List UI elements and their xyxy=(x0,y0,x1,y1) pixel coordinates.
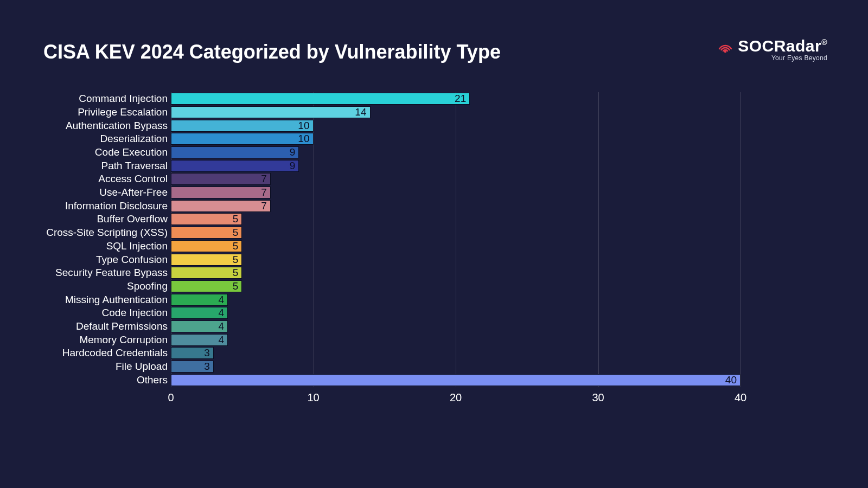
bar: 3 xyxy=(171,347,214,359)
bar: 10 xyxy=(171,133,314,145)
bar-row: Spoofing5 xyxy=(171,280,242,293)
gridline xyxy=(598,92,599,387)
bar-row: Memory Corruption4 xyxy=(171,333,228,346)
category-label: Use-After-Free xyxy=(99,187,171,198)
radar-icon xyxy=(716,37,735,55)
category-label: Type Confusion xyxy=(96,254,171,266)
brand-tagline: Your Eyes Beyond xyxy=(716,54,827,62)
bar-row: Information Disclosure7 xyxy=(171,199,271,213)
page: CISA KEV 2024 Categorized by Vulnerabili… xyxy=(0,0,868,488)
gridline xyxy=(741,92,741,387)
category-label: Buffer Overflow xyxy=(97,213,171,225)
bar-row: Use-After-Free7 xyxy=(171,186,271,200)
category-label: Information Disclosure xyxy=(65,200,171,212)
bar-row: Code Execution9 xyxy=(171,146,299,159)
bar: 9 xyxy=(171,146,299,158)
bar: 4 xyxy=(171,307,228,319)
category-label: Security Feature Bypass xyxy=(55,267,171,279)
category-label: Missing Authentication xyxy=(65,294,171,306)
bar: 7 xyxy=(171,173,271,185)
category-label: Command Injection xyxy=(79,93,171,105)
x-tick-label: 10 xyxy=(307,391,319,404)
bar-row: Authentication Bypass10 xyxy=(171,119,314,132)
bar: 5 xyxy=(171,254,242,266)
bar-row: Default Permissions4 xyxy=(171,320,228,333)
category-label: Path Traversal xyxy=(101,160,171,172)
bar: 4 xyxy=(171,320,228,332)
bar-row: Code Injection4 xyxy=(171,306,228,320)
bar: 4 xyxy=(171,294,228,306)
bar-row: File Upload3 xyxy=(171,360,214,374)
bar-row: Type Confusion5 xyxy=(171,253,242,266)
bar-row: Security Feature Bypass5 xyxy=(171,266,242,280)
bar-row: Path Traversal9 xyxy=(171,159,299,172)
bar-row: Buffer Overflow5 xyxy=(171,213,242,226)
bar-row: Access Control7 xyxy=(171,172,271,186)
brand-logo: SOCRadar® Your Eyes Beyond xyxy=(716,37,827,62)
bar: 40 xyxy=(171,374,741,386)
bar: 4 xyxy=(171,334,228,346)
bar: 9 xyxy=(171,160,299,172)
x-tick-label: 20 xyxy=(450,391,462,404)
bar-row: Others40 xyxy=(171,373,741,387)
bar-row: Hardcoded Credentials3 xyxy=(171,346,214,360)
category-label: Privilege Escalation xyxy=(78,106,171,118)
category-label: Code Injection xyxy=(102,307,171,319)
bar: 14 xyxy=(171,106,371,118)
category-label: Spoofing xyxy=(127,280,171,292)
x-tick-label: 40 xyxy=(735,391,746,404)
bar-row: SQL Injection5 xyxy=(171,240,242,253)
bar-row: Cross-Site Scripting (XSS)5 xyxy=(171,226,242,240)
bar: 3 xyxy=(171,361,214,373)
category-label: Cross-Site Scripting (XSS) xyxy=(46,227,171,239)
gridline xyxy=(314,92,314,387)
bar-row: Privilege Escalation14 xyxy=(171,106,371,119)
x-tick-label: 0 xyxy=(168,391,174,404)
category-label: Authentication Bypass xyxy=(66,120,171,132)
brand-name: SOCRadar® xyxy=(738,37,827,55)
bar: 5 xyxy=(171,240,242,252)
x-tick-label: 30 xyxy=(592,391,604,404)
bar: 5 xyxy=(171,227,242,239)
category-label: Deserialization xyxy=(100,133,171,145)
category-label: Default Permissions xyxy=(76,320,171,332)
bar-row: Deserialization10 xyxy=(171,132,314,146)
chart-title: CISA KEV 2024 Categorized by Vulnerabili… xyxy=(43,41,501,63)
category-label: Memory Corruption xyxy=(79,334,171,346)
svg-point-0 xyxy=(724,50,727,53)
bar: 21 xyxy=(171,93,470,105)
bar: 7 xyxy=(171,200,271,212)
category-label: Code Execution xyxy=(95,146,171,158)
category-label: Hardcoded Credentials xyxy=(62,347,171,359)
bar: 5 xyxy=(171,267,242,279)
category-label: SQL Injection xyxy=(106,240,171,252)
bar-row: Missing Authentication4 xyxy=(171,293,228,306)
bar-chart: Command Injection21Privilege Escalation1… xyxy=(171,92,741,387)
bar: 5 xyxy=(171,213,242,225)
category-label: Others xyxy=(137,374,171,386)
bar: 7 xyxy=(171,187,271,198)
category-label: Access Control xyxy=(98,173,171,185)
bar: 5 xyxy=(171,280,242,292)
bar-row: Command Injection21 xyxy=(171,92,470,106)
gridline xyxy=(456,92,456,387)
bar: 10 xyxy=(171,120,314,132)
category-label: File Upload xyxy=(116,361,171,373)
